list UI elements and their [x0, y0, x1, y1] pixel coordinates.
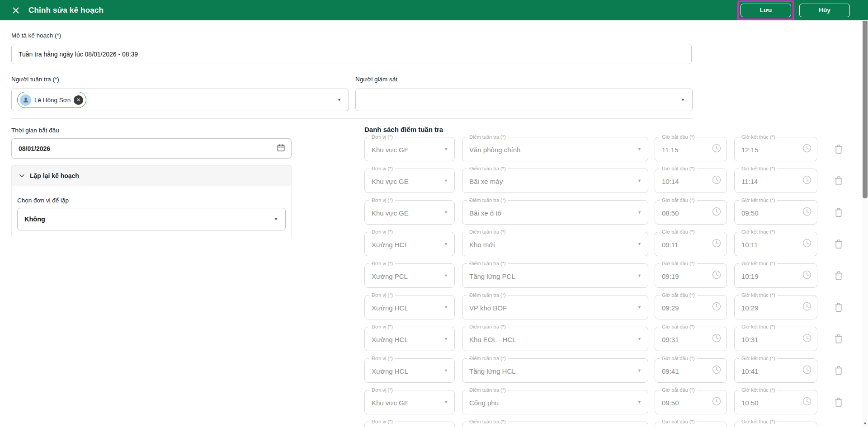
header-actions: Lưu Hủy: [737, 0, 850, 20]
unit-select[interactable]: Đơn vị (*) Xưởng HCL ▼: [364, 232, 455, 256]
clock-icon[interactable]: [802, 270, 812, 282]
clock-icon[interactable]: [712, 270, 722, 282]
point-select[interactable]: Điểm tuần tra (*) Kho mới ▼: [462, 232, 648, 256]
save-button[interactable]: Lưu: [741, 4, 791, 17]
patroller-select[interactable]: Lê Hồng Sơn ✕ ▼: [11, 89, 349, 111]
end-time-input[interactable]: Giờ kết thúc (*): [734, 422, 817, 427]
start-time-input[interactable]: Giờ bắt đầu (*): [655, 422, 727, 427]
clock-icon[interactable]: [802, 301, 812, 313]
delete-row-button[interactable]: [833, 175, 844, 186]
start-time-input[interactable]: Giờ bắt đầu (*) 11:15: [655, 137, 727, 161]
clock-icon[interactable]: [712, 365, 722, 376]
remove-patroller-icon[interactable]: ✕: [74, 95, 83, 105]
end-time-input[interactable]: Giờ kết thúc (*) 10:50: [734, 390, 817, 414]
point-select[interactable]: Điểm tuần tra (*) Cổng phụ ▼: [462, 390, 648, 414]
start-time-value: 09:50: [662, 391, 679, 414]
start-date-input[interactable]: 08/01/2026: [11, 138, 292, 159]
end-time-input[interactable]: Giờ kết thúc (*) 10:29: [734, 295, 817, 319]
end-time-input[interactable]: Giờ kết thúc (*) 10:11: [734, 232, 817, 256]
start-time-value: 09:31: [662, 328, 679, 351]
clock-icon[interactable]: [712, 175, 722, 187]
delete-row-button[interactable]: [833, 207, 844, 218]
delete-row-button[interactable]: [833, 144, 844, 155]
chevron-down-icon: [19, 174, 25, 178]
repeat-plan-section-toggle[interactable]: Lặp lại kế hoạch: [12, 166, 291, 186]
start-time-input[interactable]: Giờ bắt đầu (*) 09:31: [655, 327, 727, 351]
unit-select[interactable]: Đơn vị (*) Xưởng HCL ▼: [364, 358, 455, 383]
point-select[interactable]: Điểm tuần tra (*) VP kho BOF ▼: [462, 295, 648, 319]
end-time-input[interactable]: Giờ kết thúc (*) 10:41: [734, 358, 817, 383]
scroll-down-arrow-icon[interactable]: ▼: [862, 422, 868, 426]
point-value: Khu EOL - HCL: [469, 328, 516, 351]
point-value: Văn phòng chính: [469, 138, 520, 161]
delete-row-button[interactable]: [833, 333, 844, 344]
delete-row-button[interactable]: [833, 239, 844, 249]
scrollbar[interactable]: ▼: [862, 20, 868, 427]
clock-icon[interactable]: [802, 333, 812, 345]
delete-row-button[interactable]: [833, 365, 844, 376]
start-time-label: Giờ bắt đầu (*): [660, 418, 697, 425]
end-time-value: 10:11: [741, 233, 758, 256]
chevron-down-icon: ▼: [637, 305, 642, 310]
unit-select[interactable]: Đơn vị (*) Khu vực GE ▼: [364, 200, 455, 225]
end-time-input[interactable]: Giờ kết thúc (*) 10:19: [734, 263, 817, 288]
description-input[interactable]: Tuần tra hằng ngày lúc 08/01/2026 - 08:3…: [11, 44, 692, 64]
clock-icon[interactable]: [712, 396, 722, 408]
start-time-value: 11:15: [662, 138, 678, 161]
start-time-input[interactable]: Giờ bắt đầu (*) 10:14: [655, 169, 727, 193]
cancel-button[interactable]: Hủy: [799, 4, 850, 17]
section-divider: [11, 118, 693, 119]
end-time-input[interactable]: Giờ kết thúc (*) 11:14: [734, 169, 817, 193]
supervisor-select[interactable]: ▼: [355, 89, 693, 111]
unit-select[interactable]: Đơn vị (*) Xưởng PCL ▼: [364, 263, 455, 288]
clock-icon[interactable]: [802, 206, 812, 218]
unit-select[interactable]: Đơn vị (*) Xưởng HCL ▼: [364, 295, 455, 319]
start-time-input[interactable]: Giờ bắt đầu (*) 08:50: [655, 200, 727, 225]
point-select[interactable]: Điểm tuần tra (*) ▼: [462, 422, 648, 427]
clock-icon[interactable]: [802, 143, 812, 155]
point-select[interactable]: Điểm tuần tra (*) Tầng lửng PCL ▼: [462, 263, 648, 288]
chevron-down-icon: ▼: [637, 369, 642, 373]
clock-icon[interactable]: [712, 143, 722, 155]
clock-icon[interactable]: [712, 206, 722, 218]
unit-select[interactable]: Đơn vị (*) Xưởng HCL ▼: [364, 327, 455, 351]
point-select[interactable]: Điểm tuần tra (*) Khu EOL - HCL ▼: [462, 327, 648, 351]
page-title: Chỉnh sửa kế hoạch: [28, 6, 104, 15]
clock-icon[interactable]: [802, 396, 812, 408]
clock-icon[interactable]: [712, 333, 722, 345]
unit-select[interactable]: Đơn vị (*) Khu vực GE ▼: [364, 390, 455, 414]
delete-row-button[interactable]: [833, 397, 844, 408]
clock-icon[interactable]: [712, 301, 722, 313]
point-select[interactable]: Điểm tuần tra (*) Văn phòng chính ▼: [462, 137, 648, 161]
start-time-input[interactable]: Giờ bắt đầu (*) 09:29: [655, 295, 727, 319]
chevron-down-icon: ▼: [444, 369, 448, 373]
point-select[interactable]: Điểm tuần tra (*) Bãi xe ô tô ▼: [462, 200, 648, 225]
end-time-input[interactable]: Giờ kết thúc (*) 09:50: [734, 200, 817, 225]
unit-select[interactable]: Đơn vị (*) Khu vực GE ▼: [364, 169, 455, 193]
chevron-down-icon: ▼: [681, 98, 685, 102]
end-time-input[interactable]: Giờ kết thúc (*) 10:31: [734, 327, 817, 351]
end-time-value: 10:41: [741, 360, 759, 382]
start-time-input[interactable]: Giờ bắt đầu (*) 09:41: [655, 358, 727, 383]
checkpoint-list: Đơn vị (*) Khu vực GE ▼ Điểm tuần tra (*…: [364, 137, 853, 427]
clock-icon[interactable]: [712, 238, 722, 250]
clock-icon[interactable]: [802, 238, 812, 250]
repeat-unit-select[interactable]: Không ▼: [17, 208, 286, 230]
point-select[interactable]: Điểm tuần tra (*) Bãi xe máy ▼: [462, 169, 648, 193]
unit-select[interactable]: Đơn vị (*) ▼: [364, 422, 455, 427]
repeat-unit-label: Chọn đơn vị để lặp: [17, 197, 286, 204]
calendar-icon[interactable]: [277, 143, 285, 154]
start-time-input[interactable]: Giờ bắt đầu (*) 09:19: [655, 263, 727, 288]
clock-icon[interactable]: [802, 175, 812, 187]
point-select[interactable]: Điểm tuần tra (*) Tầng lửng HCL ▼: [462, 358, 648, 383]
unit-value: Xưởng PCL: [372, 265, 408, 287]
start-time-input[interactable]: Giờ bắt đầu (*) 09:11: [655, 232, 727, 256]
end-time-input[interactable]: Giờ kết thúc (*) 12:15: [734, 137, 817, 161]
close-icon[interactable]: [12, 6, 20, 14]
delete-row-button[interactable]: [833, 302, 844, 313]
clock-icon[interactable]: [802, 365, 812, 376]
delete-row-button[interactable]: [833, 270, 844, 281]
start-time-input[interactable]: Giờ bắt đầu (*) 09:50: [655, 390, 727, 414]
scrollbar-thumb[interactable]: [863, 21, 868, 198]
unit-select[interactable]: Đơn vị (*) Khu vực GE ▼: [364, 137, 455, 161]
